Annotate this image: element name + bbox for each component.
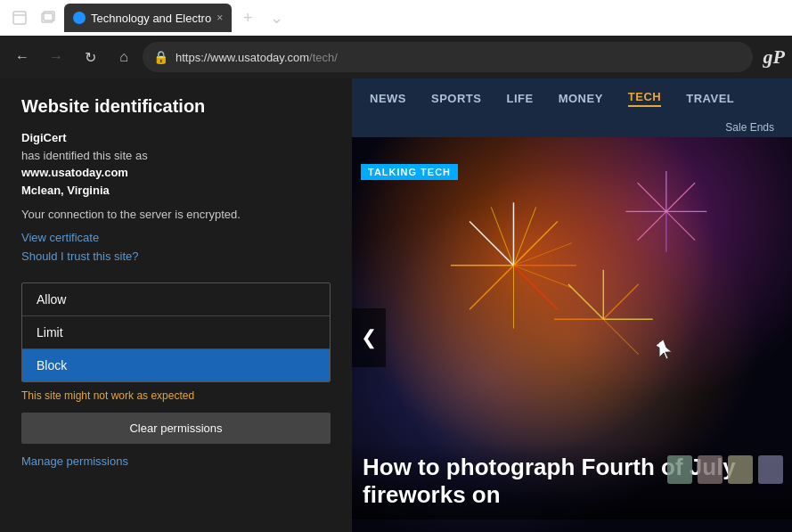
nav-news[interactable]: NEWS bbox=[370, 92, 406, 105]
lock-icon: 🔒 bbox=[153, 50, 168, 64]
view-certificate-link[interactable]: View certificate bbox=[21, 231, 331, 244]
deco-items bbox=[667, 455, 783, 484]
refresh-button[interactable]: ↻ bbox=[75, 42, 105, 72]
cert-body-line2: has identified this site as bbox=[21, 149, 148, 162]
active-tab[interactable]: Technology and Electro × bbox=[64, 4, 232, 32]
sale-text: Sale Ends bbox=[725, 121, 774, 134]
panel-title: Website identification bbox=[21, 96, 331, 117]
tab-close-button[interactable]: × bbox=[216, 12, 223, 24]
svg-line-25 bbox=[603, 284, 638, 319]
sale-banner: Sale Ends bbox=[352, 118, 792, 137]
limit-option[interactable]: Limit bbox=[22, 316, 330, 349]
svg-rect-0 bbox=[13, 12, 26, 24]
hero-image: TALKING TECH bbox=[352, 137, 792, 532]
svg-line-11 bbox=[469, 221, 513, 265]
deco-item-2 bbox=[698, 455, 723, 484]
block-option[interactable]: Block bbox=[22, 349, 330, 381]
allow-option[interactable]: Allow bbox=[22, 283, 330, 316]
url-domain: https://www.usatoday.com bbox=[176, 51, 309, 64]
deco-item-1 bbox=[667, 455, 692, 484]
nav-bar: ← → ↻ ⌂ 🔒 https://www.usatoday.com/tech/… bbox=[0, 36, 792, 78]
new-tab-button[interactable]: + bbox=[235, 5, 260, 30]
svg-line-12 bbox=[513, 207, 535, 266]
category-tag: TALKING TECH bbox=[361, 164, 458, 180]
svg-line-13 bbox=[491, 207, 513, 266]
cert-domain: www.usatoday.com bbox=[21, 166, 128, 179]
clear-permissions-button[interactable]: Clear permissions bbox=[21, 413, 331, 444]
nav-life[interactable]: LIFE bbox=[506, 92, 533, 105]
permissions-options-box: Allow Limit Block bbox=[21, 282, 331, 382]
tab-title: Technology and Electro bbox=[91, 12, 211, 25]
nav-travel[interactable]: TRAVEL bbox=[686, 92, 734, 105]
back-button[interactable]: ← bbox=[7, 42, 37, 72]
tab-list-button[interactable]: ⌄ bbox=[264, 5, 289, 30]
svg-line-21 bbox=[638, 211, 666, 240]
svg-line-9 bbox=[469, 266, 513, 309]
manage-permissions-link[interactable]: Manage permissions bbox=[21, 454, 331, 468]
window-icon-2[interactable] bbox=[36, 5, 61, 30]
warning-text: This site might not work as expected bbox=[21, 389, 331, 402]
deco-item-3 bbox=[728, 455, 753, 484]
cert-issuer: DigiCert bbox=[21, 131, 67, 144]
website-content: NEWS SPORTS LIFE MONEY TECH TRAVEL Sale … bbox=[352, 78, 792, 532]
page-area: Website identification DigiCert has iden… bbox=[0, 78, 792, 532]
cert-location: Mclean, Virginia bbox=[21, 184, 110, 197]
hero-section: TALKING TECH bbox=[352, 137, 792, 532]
address-bar[interactable]: 🔒 https://www.usatoday.com/tech/ bbox=[143, 42, 753, 72]
tab-bar: Technology and Electro × + ⌄ bbox=[0, 0, 792, 36]
window-icon-1[interactable] bbox=[7, 5, 32, 30]
panel-body: DigiCert has identified this site as www… bbox=[21, 129, 331, 199]
svg-line-27 bbox=[603, 319, 638, 354]
url-path: /tech/ bbox=[309, 51, 338, 64]
nav-money[interactable]: MONEY bbox=[559, 92, 603, 105]
deco-item-4 bbox=[758, 455, 783, 484]
site-nav: NEWS SPORTS LIFE MONEY TECH TRAVEL bbox=[352, 78, 792, 118]
url-text: https://www.usatoday.com/tech/ bbox=[176, 51, 742, 64]
nav-tech[interactable]: TECH bbox=[628, 90, 661, 107]
svg-line-15 bbox=[513, 266, 572, 288]
svg-line-5 bbox=[513, 221, 557, 265]
home-button[interactable]: ⌂ bbox=[109, 42, 139, 72]
svg-line-17 bbox=[666, 183, 695, 211]
nav-sports[interactable]: SPORTS bbox=[431, 92, 481, 105]
website-identification-panel: Website identification DigiCert has iden… bbox=[0, 78, 352, 532]
svg-line-19 bbox=[666, 211, 695, 240]
gp-logo: gP bbox=[763, 45, 785, 69]
forward-button[interactable]: → bbox=[41, 42, 71, 72]
svg-line-28 bbox=[568, 284, 603, 319]
svg-line-23 bbox=[638, 183, 666, 211]
svg-line-7 bbox=[513, 266, 557, 309]
browser-chrome: Technology and Electro × + ⌄ ← → ↻ ⌂ 🔒 h… bbox=[0, 0, 792, 78]
trust-site-link[interactable]: Should I trust this site? bbox=[21, 250, 331, 263]
prev-arrow-button[interactable]: ❮ bbox=[352, 308, 386, 367]
tab-favicon bbox=[73, 12, 86, 24]
connection-text: Your connection to the server is encrypt… bbox=[21, 206, 331, 224]
svg-line-14 bbox=[513, 243, 572, 266]
